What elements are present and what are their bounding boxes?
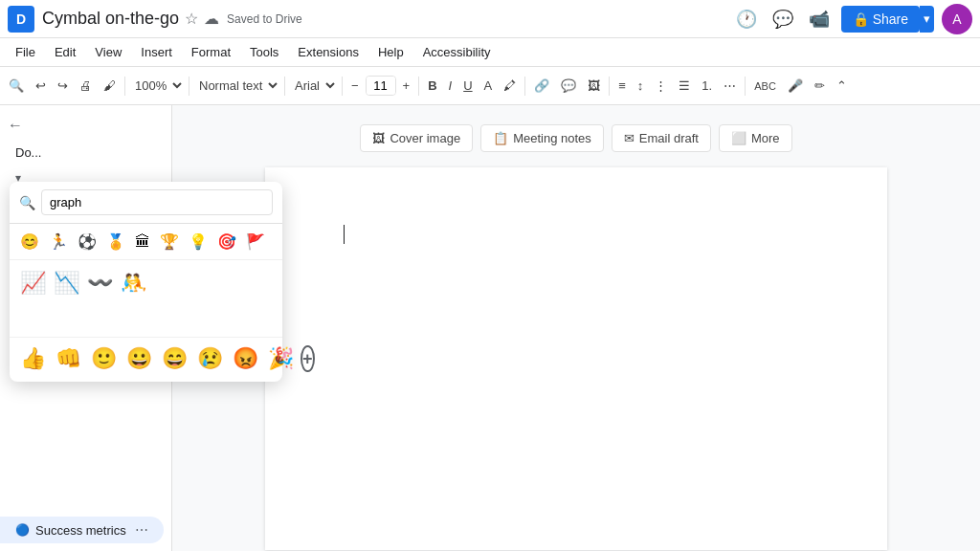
emoji-celebrate[interactable]: 🎉 xyxy=(265,343,297,374)
emoji-cat-trophy[interactable]: 🏆 xyxy=(157,230,182,253)
share-group: 🔒 Share ▾ xyxy=(841,6,934,33)
highlight-btn[interactable]: 🖍 xyxy=(499,75,521,97)
meet-btn[interactable]: 📹 xyxy=(805,5,834,33)
cloud-icon: ☁ xyxy=(204,10,219,28)
menu-tools[interactable]: Tools xyxy=(242,41,286,63)
align-btn[interactable]: ≡ xyxy=(613,75,631,97)
bullets-btn[interactable]: ☰ xyxy=(674,75,695,97)
emoji-cat-award[interactable]: 🏅 xyxy=(103,230,128,253)
more-strip-icon: ⬜ xyxy=(731,131,746,145)
sidebar-doc-label: Do... xyxy=(0,138,171,167)
link-btn[interactable]: 🔗 xyxy=(529,75,554,97)
format-options-btn[interactable]: ✏ xyxy=(810,75,830,97)
emoji-grin[interactable]: 😀 xyxy=(123,343,155,374)
font-select[interactable]: Arial xyxy=(289,74,338,98)
undo-btn[interactable]: ↩ xyxy=(31,75,51,97)
redo-btn[interactable]: ↪ xyxy=(53,75,73,97)
title-right: 🕐 💬 📹 🔒 Share ▾ A xyxy=(732,4,972,34)
emoji-cat-target[interactable]: 🎯 xyxy=(214,230,239,253)
toolbar: 🔍 ↩ ↪ 🖨 🖌 100% Normal text Arial − + B I… xyxy=(0,67,980,105)
comment-btn[interactable]: 💬 xyxy=(556,75,581,97)
star-icon[interactable]: ☆ xyxy=(185,10,198,28)
emoji-thumbsup[interactable]: 👍 xyxy=(17,343,49,374)
emoji-cat-smiley[interactable]: 😊 xyxy=(17,230,42,253)
meeting-notes-icon: 📋 xyxy=(493,131,508,145)
spell-btn[interactable]: ABC xyxy=(749,77,781,96)
sidebar: ← Do... ▾ 🔍 😊 🏃 ⚽ 🏅 🏛 🏆 💡 🎯 🚩 xyxy=(0,105,172,551)
menu-view[interactable]: View xyxy=(87,41,129,63)
emoji-cry[interactable]: 😢 xyxy=(194,343,226,374)
sidebar-back-btn[interactable]: ← xyxy=(0,113,171,138)
history-btn[interactable]: 🕐 xyxy=(732,5,761,33)
doc-page[interactable] xyxy=(265,167,887,550)
underline-btn[interactable]: U xyxy=(458,75,477,97)
emoji-result-0[interactable]: 📈 xyxy=(17,268,49,329)
outline-more-icon[interactable]: ⋯ xyxy=(135,522,148,538)
font-size-decrease[interactable]: − xyxy=(346,75,364,97)
cover-image-btn[interactable]: 🖼 Cover image xyxy=(360,124,473,152)
menu-help[interactable]: Help xyxy=(370,41,412,63)
emoji-results-grid: 📈 📉 〰️ 🤼 xyxy=(10,260,282,337)
title-bar: D Cymbal on-the-go ☆ ☁ Saved to Drive 🕐 … xyxy=(0,0,980,38)
menu-accessibility[interactable]: Accessibility xyxy=(415,41,499,63)
emoji-result-2[interactable]: 〰️ xyxy=(84,268,116,329)
share-label: Share xyxy=(873,11,908,27)
emoji-add-btn[interactable]: + xyxy=(301,345,315,372)
emoji-fist[interactable]: 👊 xyxy=(53,343,84,374)
menu-format[interactable]: Format xyxy=(184,41,238,63)
user-avatar[interactable]: A xyxy=(942,4,972,34)
outline-icon: 🔵 xyxy=(15,523,30,537)
voice-btn[interactable]: 🎤 xyxy=(783,75,808,97)
italic-btn[interactable]: I xyxy=(444,75,457,97)
emoji-search-icon: 🔍 xyxy=(19,195,35,210)
doc-area: 🖼 Cover image 📋 Meeting notes ✉ Email dr… xyxy=(172,105,980,551)
emoji-cat-bulb[interactable]: 💡 xyxy=(186,230,211,253)
emoji-result-1[interactable]: 📉 xyxy=(51,268,82,329)
columns-btn[interactable]: ⋮ xyxy=(650,75,672,97)
menu-extensions[interactable]: Extensions xyxy=(290,41,367,63)
sep8 xyxy=(745,77,746,96)
emoji-cat-people[interactable]: 🏃 xyxy=(46,230,71,253)
font-color-btn[interactable]: A xyxy=(479,75,498,97)
image-btn[interactable]: 🖼 xyxy=(583,75,605,97)
font-size-increase[interactable]: + xyxy=(398,75,415,97)
email-draft-btn[interactable]: ✉ Email draft xyxy=(612,124,711,152)
emoji-result-3[interactable]: 🤼 xyxy=(118,268,149,329)
bold-btn[interactable]: B xyxy=(423,75,441,97)
share-dropdown-btn[interactable]: ▾ xyxy=(920,6,934,33)
menu-file[interactable]: File xyxy=(8,41,43,63)
emoji-smile[interactable]: 🙂 xyxy=(88,343,120,374)
email-draft-icon: ✉ xyxy=(624,131,635,145)
app-logo: D xyxy=(8,6,34,33)
emoji-cat-building[interactable]: 🏛 xyxy=(132,231,153,253)
more-toolbar-btn[interactable]: ⋯ xyxy=(719,75,741,97)
cover-image-label: Cover image xyxy=(390,131,460,145)
style-select[interactable]: Normal text xyxy=(193,74,280,98)
menu-edit[interactable]: Edit xyxy=(47,41,83,63)
emoji-grinbig[interactable]: 😄 xyxy=(159,343,190,374)
sep2 xyxy=(189,77,189,96)
numbering-btn[interactable]: 1. xyxy=(697,75,717,97)
more-strip-btn[interactable]: ⬜ More xyxy=(719,124,792,152)
line-spacing-btn[interactable]: ↕ xyxy=(633,75,649,97)
text-cursor xyxy=(344,225,345,244)
paint-format-btn[interactable]: 🖌 xyxy=(99,75,121,97)
search-btn[interactable]: 🔍 xyxy=(4,75,29,97)
comments-btn[interactable]: 💬 xyxy=(768,5,797,33)
doc-title[interactable]: Cymbal on-the-go xyxy=(42,9,179,29)
emoji-cat-sports[interactable]: ⚽ xyxy=(75,230,100,253)
share-button[interactable]: 🔒 Share xyxy=(841,6,920,33)
font-size-input[interactable] xyxy=(367,77,395,95)
zoom-select[interactable]: 100% xyxy=(129,74,185,98)
emoji-cat-flag[interactable]: 🚩 xyxy=(243,230,268,253)
meeting-notes-btn[interactable]: 📋 Meeting notes xyxy=(480,124,604,152)
print-btn[interactable]: 🖨 xyxy=(75,75,97,97)
sidebar-outline-item[interactable]: 🔵 Success metrics ⋯ xyxy=(0,517,164,543)
menu-insert[interactable]: Insert xyxy=(133,41,180,63)
emoji-search-bar: 🔍 xyxy=(10,182,282,224)
expand-toolbar-btn[interactable]: ⌃ xyxy=(832,75,852,97)
emoji-categories: 😊 🏃 ⚽ 🏅 🏛 🏆 💡 🎯 🚩 xyxy=(10,224,282,260)
sep7 xyxy=(609,77,610,96)
emoji-angry[interactable]: 😡 xyxy=(230,343,261,374)
emoji-search-input[interactable] xyxy=(41,189,273,215)
